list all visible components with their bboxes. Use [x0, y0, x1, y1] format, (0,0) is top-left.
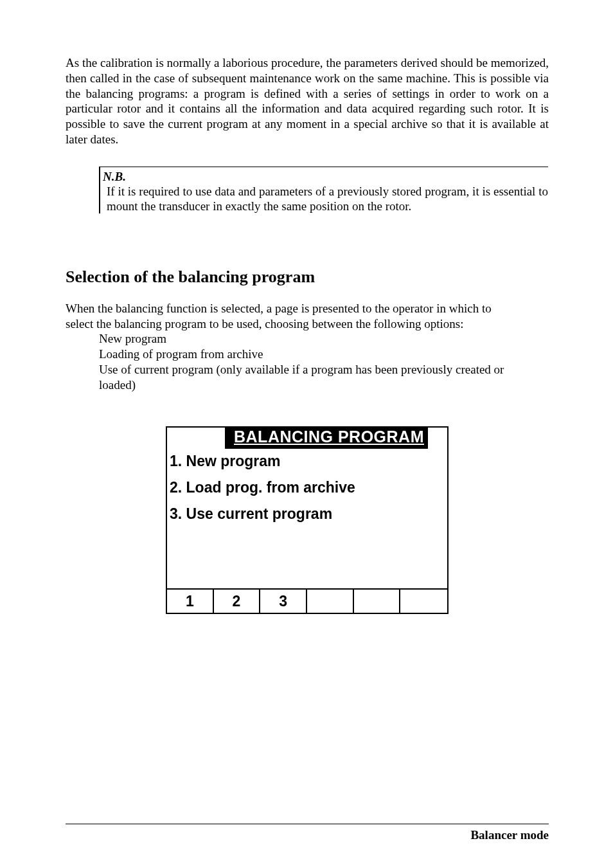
softkey-5[interactable] — [354, 590, 401, 613]
menu-item-load-from-archive[interactable]: 2. Load prog. from archive — [170, 479, 443, 496]
screen-title-row: BALANCING PROGRAM — [167, 428, 447, 449]
screen-menu: 1. New program 2. Load prog. from archiv… — [167, 449, 447, 588]
option-line-4: loaded) — [66, 377, 549, 393]
document-page: As the calibration is normally a laborio… — [0, 0, 613, 868]
screen-title-spacer — [167, 428, 225, 446]
option-line-3: Use of current program (only available i… — [66, 362, 549, 377]
intro-paragraph: As the calibration is normally a laborio… — [66, 55, 549, 147]
screen-title: BALANCING PROGRAM — [225, 428, 428, 449]
note-heading: N.B. — [103, 170, 548, 184]
softkey-2[interactable]: 2 — [214, 590, 261, 613]
note-box: N.B. If it is required to use data and p… — [99, 167, 548, 213]
menu-item-new-program[interactable]: 1. New program — [170, 453, 443, 470]
screen-softkeys: 1 2 3 — [167, 588, 447, 613]
menu-item-use-current[interactable]: 3. Use current program — [170, 505, 443, 523]
option-line-2: Loading of program from archive — [66, 347, 549, 362]
option-line-1: New program — [66, 331, 549, 347]
section-intro-line-1: When the balancing function is selected,… — [66, 301, 549, 316]
device-screen: BALANCING PROGRAM 1. New program 2. Load… — [166, 426, 449, 614]
softkey-1[interactable]: 1 — [167, 590, 214, 613]
softkey-6[interactable] — [400, 590, 447, 613]
page-footer: Balancer mode — [66, 824, 549, 842]
softkey-3[interactable]: 3 — [260, 590, 307, 613]
note-text: If it is required to use data and parame… — [103, 184, 548, 213]
softkey-4[interactable] — [307, 590, 354, 613]
section-heading: Selection of the balancing program — [66, 267, 549, 287]
section-intro-line-2: select the balancing program to be used,… — [66, 316, 549, 332]
